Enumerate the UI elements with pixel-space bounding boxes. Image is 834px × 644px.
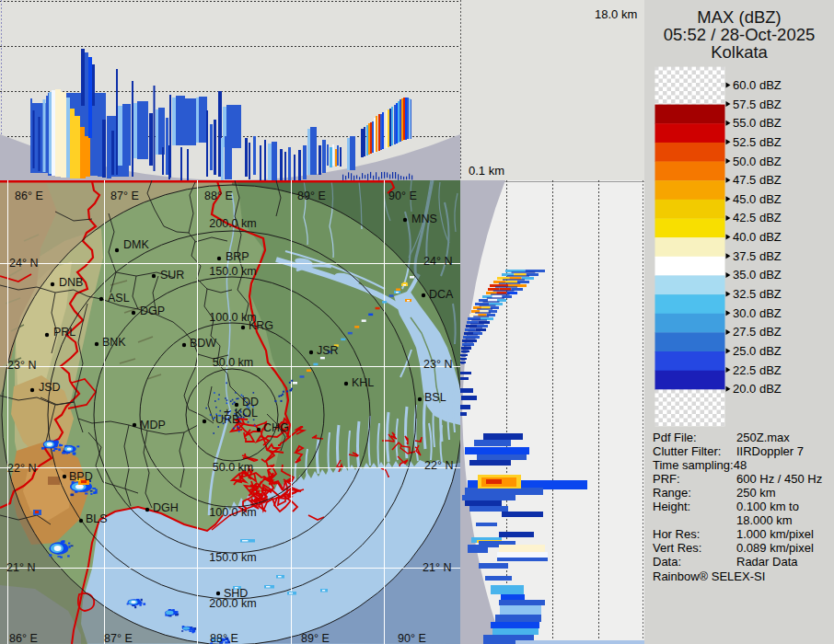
svg-text:BRP: BRP — [226, 250, 249, 263]
svg-text:Data:: Data: — [653, 555, 681, 569]
svg-text:87° E: 87° E — [104, 632, 133, 644]
svg-text:90° E: 90° E — [388, 190, 417, 202]
svg-text:42.5 dBZ: 42.5 dBZ — [733, 211, 782, 224]
svg-text:22° N: 22° N — [424, 459, 453, 472]
svg-text:89° E: 89° E — [301, 632, 330, 644]
svg-text:47.5 dBZ: 47.5 dBZ — [733, 173, 782, 187]
svg-text:18.0 km: 18.0 km — [595, 7, 637, 21]
svg-text:ASL: ASL — [108, 292, 130, 305]
svg-text:40.0 dBZ: 40.0 dBZ — [733, 230, 782, 244]
svg-text:60.0 dBZ: 60.0 dBZ — [733, 78, 782, 92]
svg-text:DGP: DGP — [140, 305, 165, 317]
svg-text:23° N: 23° N — [423, 358, 452, 371]
svg-text:88° E: 88° E — [204, 190, 233, 202]
svg-text:89° E: 89° E — [297, 190, 326, 202]
svg-text:27.5 dBZ: 27.5 dBZ — [733, 325, 782, 339]
svg-text:MNS: MNS — [411, 213, 437, 225]
svg-text:BNK: BNK — [102, 336, 126, 349]
svg-text:SUR: SUR — [160, 269, 184, 282]
svg-text:200.0 km: 200.0 km — [209, 217, 256, 230]
svg-text:KHL: KHL — [352, 376, 374, 389]
svg-text:250Z.max: 250Z.max — [736, 431, 790, 444]
svg-text:+: + — [224, 405, 231, 419]
svg-text:JSR: JSR — [317, 344, 339, 357]
svg-text:52.5 dBZ: 52.5 dBZ — [733, 135, 782, 149]
svg-text:50.0 km: 50.0 km — [213, 461, 253, 474]
svg-text:32.5 dBZ: 32.5 dBZ — [733, 287, 782, 301]
svg-text:22.5 dBZ: 22.5 dBZ — [733, 363, 782, 377]
svg-text:Kolkata: Kolkata — [711, 42, 768, 62]
svg-text:24° N: 24° N — [9, 257, 38, 270]
svg-text:20.0 dBZ: 20.0 dBZ — [733, 382, 782, 396]
svg-text:600 Hz / 450 Hz: 600 Hz / 450 Hz — [736, 472, 822, 486]
svg-text:25.0 dBZ: 25.0 dBZ — [733, 344, 782, 358]
svg-text:SHD: SHD — [224, 587, 248, 600]
svg-text:22° N: 22° N — [7, 462, 36, 475]
svg-text:Range:: Range: — [653, 486, 691, 500]
svg-text:BDW: BDW — [190, 337, 216, 350]
svg-text:BSL: BSL — [424, 391, 446, 404]
svg-text:150.0 km: 150.0 km — [209, 551, 256, 564]
svg-text:50.0 dBZ: 50.0 dBZ — [733, 155, 782, 168]
svg-text:24° N: 24° N — [423, 255, 452, 268]
svg-text:DMK: DMK — [123, 238, 149, 251]
svg-text:JSD: JSD — [39, 381, 61, 394]
svg-text:Rainbow® SELEX-SI: Rainbow® SELEX-SI — [653, 569, 765, 583]
svg-text:86° E: 86° E — [15, 190, 43, 202]
svg-text:DCA: DCA — [429, 288, 454, 301]
svg-text:0.089 km/pixel: 0.089 km/pixel — [736, 541, 814, 555]
svg-text:57.5 dBZ: 57.5 dBZ — [733, 98, 782, 111]
svg-text:MDP: MDP — [140, 419, 166, 431]
svg-text:21° N: 21° N — [423, 561, 451, 574]
svg-text:90° E: 90° E — [398, 632, 426, 644]
svg-text:MAX (dBZ): MAX (dBZ) — [697, 7, 781, 27]
svg-text:86° E: 86° E — [9, 632, 38, 644]
svg-text:88° E: 88° E — [210, 632, 238, 644]
svg-text:21° N: 21° N — [6, 561, 35, 574]
svg-text:KRG: KRG — [249, 319, 273, 332]
svg-text:Time sampling:48: Time sampling:48 — [653, 458, 747, 472]
svg-text:DGH: DGH — [153, 501, 179, 514]
svg-text:Radar Data: Radar Data — [736, 555, 798, 569]
svg-text:CHG: CHG — [263, 421, 289, 434]
svg-text:DNB: DNB — [59, 276, 83, 289]
svg-text:PRL: PRL — [53, 326, 75, 339]
svg-text:100.0 km: 100.0 km — [209, 506, 256, 519]
svg-text:87° E: 87° E — [110, 190, 139, 202]
svg-text:1.000 km/pixel: 1.000 km/pixel — [736, 527, 814, 541]
svg-text:0.100 km to: 0.100 km to — [736, 500, 799, 513]
svg-text:50.0 km: 50.0 km — [213, 356, 253, 369]
svg-text:37.5 dBZ: 37.5 dBZ — [733, 249, 782, 263]
svg-text:18.000 km: 18.000 km — [736, 513, 793, 527]
svg-text:Height:: Height: — [653, 500, 690, 513]
svg-text:55.0 dBZ: 55.0 dBZ — [733, 116, 782, 130]
svg-text:IIRDoppler 7: IIRDoppler 7 — [736, 444, 804, 458]
svg-text:PRF:: PRF: — [653, 472, 680, 486]
svg-text:BLS: BLS — [86, 512, 108, 525]
svg-text:150.0 km: 150.0 km — [209, 265, 256, 278]
svg-text:23° N: 23° N — [7, 359, 36, 372]
svg-text:30.0 dBZ: 30.0 dBZ — [733, 306, 782, 320]
svg-text:05:52 / 28-Oct-2025: 05:52 / 28-Oct-2025 — [664, 25, 816, 44]
svg-text:BPD: BPD — [69, 470, 93, 483]
svg-text:Pdf File:: Pdf File: — [653, 431, 697, 444]
svg-text:Clutter Filter:: Clutter Filter: — [653, 444, 721, 458]
svg-text:45.0 dBZ: 45.0 dBZ — [733, 192, 782, 206]
svg-text:250 km: 250 km — [736, 486, 776, 500]
svg-text:35.0 dBZ: 35.0 dBZ — [733, 268, 782, 282]
svg-text:0.1 km: 0.1 km — [469, 164, 504, 178]
svg-text:Hor Res:: Hor Res: — [653, 527, 700, 541]
svg-text:Vert Res:: Vert Res: — [653, 541, 701, 555]
